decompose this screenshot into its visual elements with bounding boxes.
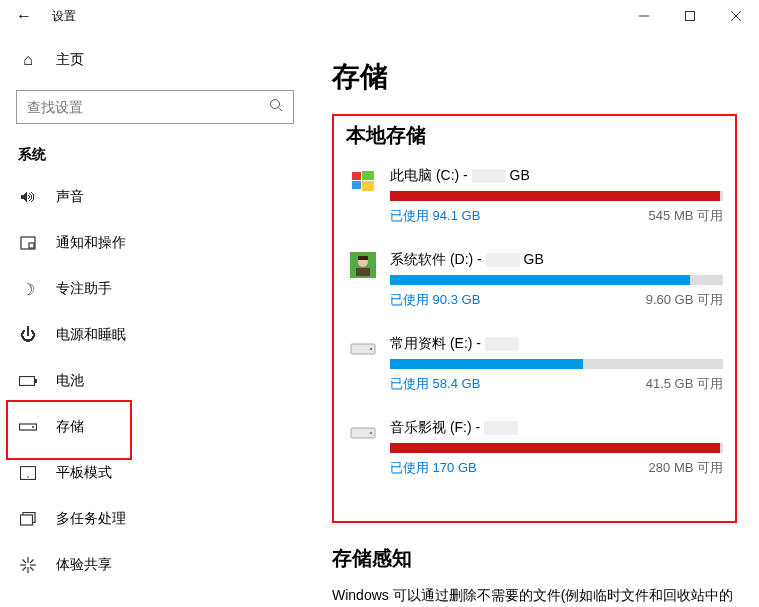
drive-icon: [346, 419, 380, 447]
sound-icon: 🔊︎: [18, 188, 38, 206]
content: 存储 本地存储 此电脑 (C:) - GB已使用 94.1 GB545 MB 可…: [310, 32, 759, 607]
drive-name: 常用资料 (E:) -: [390, 335, 723, 353]
drive-row[interactable]: 常用资料 (E:) - 已使用 58.4 GB41.5 GB 可用: [346, 335, 723, 393]
svg-rect-15: [21, 515, 33, 525]
drive-used: 已使用 90.3 GB: [390, 291, 480, 309]
drive-name: 此电脑 (C:) - GB: [390, 167, 723, 185]
nav-storage[interactable]: 存储: [0, 404, 310, 450]
drive-used: 已使用 94.1 GB: [390, 207, 480, 225]
svg-line-21: [30, 567, 34, 571]
drive-free: 280 MB 可用: [649, 459, 723, 477]
home-label: 主页: [56, 51, 84, 69]
drive-name: 系统软件 (D:) - GB: [390, 251, 723, 269]
nav-notifications[interactable]: 通知和操作: [0, 220, 310, 266]
share-icon: [18, 557, 38, 573]
svg-line-22: [30, 560, 34, 564]
svg-rect-25: [362, 171, 374, 180]
svg-point-35: [370, 432, 373, 435]
nav-label: 声音: [56, 188, 84, 206]
svg-point-11: [32, 426, 34, 428]
drive-icon: [346, 167, 380, 195]
nav-label: 专注助手: [56, 280, 112, 298]
drive-bar: [390, 443, 723, 453]
drive-row[interactable]: 音乐影视 (F:) - 已使用 170 GB280 MB 可用: [346, 419, 723, 477]
nav-label: 电源和睡眠: [56, 326, 126, 344]
svg-rect-9: [35, 379, 37, 383]
svg-rect-8: [20, 377, 35, 386]
svg-rect-31: [358, 256, 368, 260]
notifications-icon: [18, 236, 38, 250]
storage-sense-desc: Windows 可以通过删除不需要的文件(例如临时文件和回收站中的内容)自动释放…: [332, 584, 737, 607]
nav-sound[interactable]: 🔊︎ 声音: [0, 174, 310, 220]
nav-battery[interactable]: 电池: [0, 358, 310, 404]
local-storage-title: 本地存储: [346, 122, 723, 149]
svg-point-13: [27, 476, 29, 478]
nav-multitasking[interactable]: 多任务处理: [0, 496, 310, 542]
sidebar: ⌂ 主页 系统 🔊︎ 声音 通知和操作 ☽ 专注助手 ⏻ 电源和睡眠 电: [0, 32, 310, 607]
multitask-icon: [18, 512, 38, 526]
moon-icon: ☽: [18, 280, 38, 299]
svg-point-4: [271, 100, 280, 109]
svg-rect-7: [29, 243, 34, 248]
drive-used: 已使用 170 GB: [390, 459, 477, 477]
page-title: 存储: [332, 58, 737, 96]
svg-point-33: [370, 348, 373, 351]
back-button[interactable]: ←: [0, 7, 48, 25]
drive-used: 已使用 58.4 GB: [390, 375, 480, 393]
svg-rect-30: [356, 268, 370, 276]
nav-label: 电池: [56, 372, 84, 390]
nav-label: 体验共享: [56, 556, 112, 574]
drive-bar: [390, 191, 723, 201]
maximize-button[interactable]: [667, 0, 713, 32]
nav-label: 多任务处理: [56, 510, 126, 528]
drive-row[interactable]: 此电脑 (C:) - GB已使用 94.1 GB545 MB 可用: [346, 167, 723, 225]
storage-sense-title: 存储感知: [332, 545, 737, 572]
close-button[interactable]: [713, 0, 759, 32]
drive-icon: [346, 251, 380, 279]
drive-free: 41.5 GB 可用: [646, 375, 723, 393]
storage-icon: [18, 422, 38, 432]
section-label: 系统: [0, 138, 310, 174]
nav-tablet-mode[interactable]: 平板模式: [0, 450, 310, 496]
minimize-button[interactable]: [621, 0, 667, 32]
window-title: 设置: [48, 8, 76, 25]
svg-line-23: [23, 567, 27, 571]
svg-line-5: [279, 108, 283, 112]
local-storage-section: 本地存储 此电脑 (C:) - GB已使用 94.1 GB545 MB 可用系统…: [332, 114, 737, 523]
drive-free: 9.60 GB 可用: [646, 291, 723, 309]
home-link[interactable]: ⌂ 主页: [0, 40, 310, 80]
nav-power-sleep[interactable]: ⏻ 电源和睡眠: [0, 312, 310, 358]
home-icon: ⌂: [18, 51, 38, 69]
drive-icon: [346, 335, 380, 363]
nav-label: 平板模式: [56, 464, 112, 482]
tablet-icon: [18, 466, 38, 480]
drive-bar: [390, 275, 723, 285]
svg-line-20: [23, 560, 27, 564]
nav-label: 通知和操作: [56, 234, 126, 252]
drive-name: 音乐影视 (F:) -: [390, 419, 723, 437]
svg-rect-27: [362, 181, 374, 191]
search-icon: [259, 98, 293, 116]
search-input[interactable]: [17, 99, 259, 115]
battery-icon: [18, 376, 38, 386]
drive-row[interactable]: 系统软件 (D:) - GB已使用 90.3 GB9.60 GB 可用: [346, 251, 723, 309]
nav-label: 存储: [56, 418, 84, 436]
search-box[interactable]: [16, 90, 294, 124]
svg-rect-24: [352, 172, 361, 180]
power-icon: ⏻: [18, 326, 38, 344]
nav-focus-assist[interactable]: ☽ 专注助手: [0, 266, 310, 312]
drive-bar: [390, 359, 723, 369]
drive-free: 545 MB 可用: [649, 207, 723, 225]
nav-shared-experiences[interactable]: 体验共享: [0, 542, 310, 588]
svg-rect-26: [352, 181, 361, 189]
svg-rect-1: [686, 12, 695, 21]
